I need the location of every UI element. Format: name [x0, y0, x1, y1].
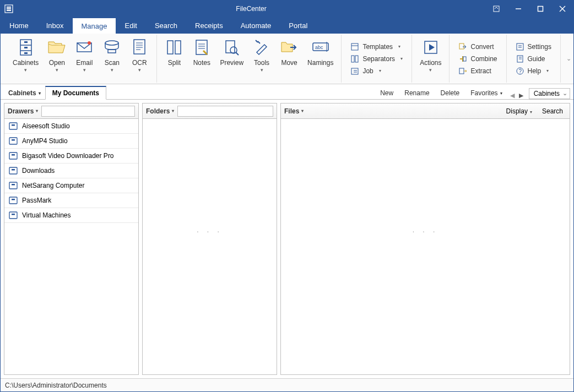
favorites-button[interactable]: Favorites▾ [465, 87, 507, 99]
svg-rect-59 [9, 153, 17, 159]
drawer-item[interactable]: AnyMP4 Studio [4, 134, 138, 149]
drawer-label: Downloads [22, 167, 55, 175]
svg-rect-57 [9, 138, 17, 144]
close-button[interactable] [551, 1, 573, 17]
menu-bar: HomeInboxManageEditSearchReceiptsAutomat… [1, 17, 573, 34]
namings-button[interactable]: abc Namings [303, 35, 338, 83]
svg-rect-61 [9, 167, 17, 174]
drawer-item[interactable]: Downloads [4, 164, 138, 178]
svg-rect-1 [7, 7, 11, 8]
notes-icon [194, 37, 209, 58]
split-icon [166, 37, 182, 58]
ribbon: Cabinets▾ Open▾ Email▾ Scan▾ OCR▾ [1, 34, 573, 84]
cabinets-icon [18, 37, 34, 58]
guide-button[interactable]: Guide [512, 53, 555, 64]
cabinets-dropdown[interactable]: Cabinets▾ [4, 87, 45, 99]
svg-rect-13 [24, 47, 28, 48]
extract-icon [458, 67, 467, 75]
drawers-filter-input[interactable] [41, 106, 135, 117]
delete-button[interactable]: Delete [435, 87, 465, 99]
minimize-button[interactable] [507, 1, 529, 17]
menu-automate[interactable]: Automate [232, 17, 280, 34]
folders-filter-input[interactable] [177, 106, 273, 117]
combine-button[interactable]: Combine [455, 53, 500, 64]
ribbon-collapse-icon[interactable]: ⌄ [564, 53, 573, 64]
job-button[interactable]: Job▾ [347, 66, 406, 77]
svg-rect-18 [108, 50, 116, 53]
drawer-item[interactable]: Aiseesoft Studio [4, 119, 138, 134]
menu-search[interactable]: Search [146, 17, 186, 34]
maximize-button[interactable] [529, 1, 551, 17]
menu-portal[interactable]: Portal [280, 17, 316, 34]
svg-point-16 [88, 41, 91, 45]
svg-rect-67 [9, 212, 17, 219]
drawer-label: Virtual Machines [22, 211, 71, 219]
svg-text:abc: abc [315, 45, 323, 50]
nav-next-icon[interactable]: ▶ [517, 92, 526, 99]
tools-button[interactable]: Tools▾ [248, 35, 275, 83]
drawer-item[interactable]: Virtual Machines [4, 208, 138, 223]
search-button[interactable]: Search [539, 106, 566, 116]
menu-home[interactable]: Home [1, 17, 37, 34]
svg-rect-14 [24, 52, 28, 54]
templates-button[interactable]: Templates▾ [347, 41, 406, 52]
settings-button[interactable]: Settings [512, 41, 555, 52]
svg-rect-55 [9, 123, 17, 129]
actions-button[interactable]: Actions▾ [415, 35, 446, 83]
nav-prev-icon[interactable]: ◀ [508, 92, 517, 99]
drawer-icon [9, 211, 18, 219]
cabinets-button[interactable]: Cabinets▾ [8, 35, 43, 83]
drawer-icon [9, 152, 18, 160]
drawer-icon [9, 197, 18, 204]
move-button[interactable]: Move [275, 35, 303, 83]
svg-point-17 [105, 41, 118, 45]
separators-icon [350, 55, 359, 63]
folders-header[interactable]: Folders▾ [146, 107, 174, 115]
new-button[interactable]: New [375, 87, 399, 99]
help-button[interactable]: ?Help▾ [512, 66, 555, 77]
drawer-item[interactable]: Bigasoft Video Downloader Pro [4, 149, 138, 164]
menu-receipts[interactable]: Receipts [186, 17, 232, 34]
display-button[interactable]: Display▾ [503, 106, 535, 116]
extract-button[interactable]: Extract [455, 66, 500, 77]
popup-icon[interactable] [485, 1, 507, 17]
app-icon [1, 4, 17, 13]
drawer-label: AnyMP4 Studio [22, 137, 68, 145]
job-icon [350, 67, 359, 75]
svg-rect-56 [12, 124, 15, 126]
tab-my-documents[interactable]: My Documents [45, 86, 106, 100]
svg-rect-60 [12, 154, 15, 156]
cabinet-select[interactable]: Cabinets [529, 88, 570, 99]
drawer-item[interactable]: PassMark [4, 193, 138, 208]
window-title: FileCenter [17, 5, 485, 13]
guide-icon [516, 55, 524, 63]
svg-line-32 [236, 52, 239, 55]
help-icon: ? [516, 67, 524, 75]
rename-button[interactable]: Rename [399, 87, 435, 99]
ribbon-group-help: Settings Guide ?Help▾ [507, 35, 561, 83]
files-list: . . . [281, 119, 570, 374]
svg-rect-36 [351, 43, 358, 50]
notes-button[interactable]: Notes [188, 35, 215, 83]
convert-button[interactable]: Convert [455, 41, 500, 52]
menu-manage[interactable]: Manage [73, 17, 116, 34]
status-path: C:\Users\Administrator\Documents [5, 382, 107, 389]
drawer-item[interactable]: NetSarang Computer [4, 178, 138, 193]
separators-button[interactable]: Separators▾ [347, 53, 406, 64]
ribbon-group-edit: Split Notes Preview Tools▾ Move abc Nami… [157, 35, 342, 83]
svg-rect-19 [134, 40, 145, 54]
split-button[interactable]: Split [160, 35, 188, 83]
svg-rect-25 [175, 41, 181, 54]
scan-button[interactable]: Scan▾ [98, 35, 126, 83]
files-header[interactable]: Files▾ [284, 107, 304, 115]
scan-icon [104, 37, 120, 58]
email-button[interactable]: Email▾ [71, 35, 98, 83]
menu-inbox[interactable]: Inbox [37, 17, 73, 34]
ocr-button[interactable]: OCR▾ [126, 35, 153, 83]
open-button[interactable]: Open▾ [43, 35, 71, 83]
files-panel: Files▾ Display▾ Search . . . [280, 103, 570, 375]
preview-button[interactable]: Preview [215, 35, 248, 83]
menu-edit[interactable]: Edit [116, 17, 145, 34]
drawers-header[interactable]: Drawers▾ [8, 107, 38, 115]
convert-icon [458, 42, 467, 51]
